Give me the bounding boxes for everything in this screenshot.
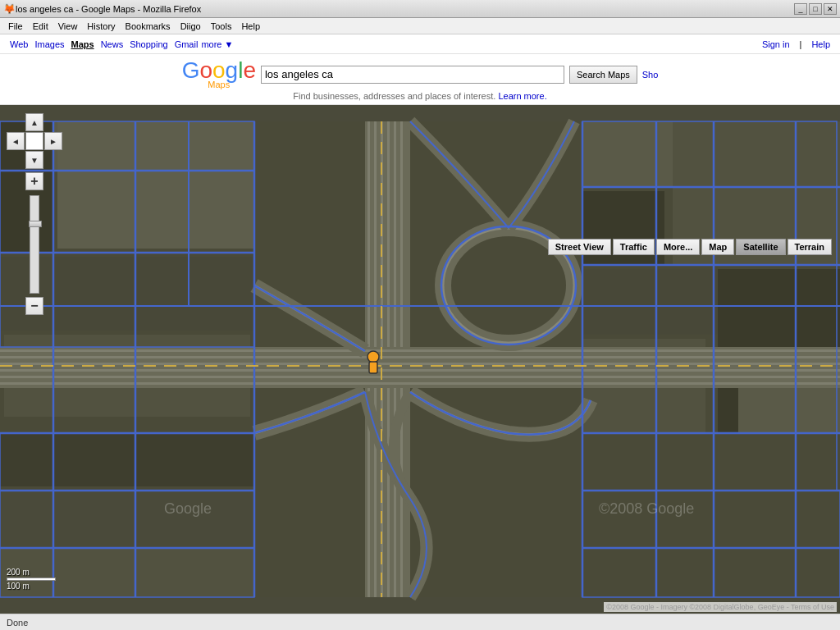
svg-point-66 xyxy=(368,351,379,363)
empty-cell3 xyxy=(7,151,25,169)
svg-text:Google: Google xyxy=(164,500,212,517)
more-button[interactable]: More... xyxy=(656,239,700,255)
search-button[interactable]: Search Maps xyxy=(569,66,637,84)
svg-rect-60 xyxy=(582,433,837,491)
svg-rect-62 xyxy=(582,548,840,597)
learn-more-link[interactable]: Learn more. xyxy=(498,91,546,101)
scale-bar: 200 m 100 m xyxy=(7,568,56,591)
nav-web[interactable]: Web xyxy=(7,39,31,49)
svg-rect-61 xyxy=(582,491,840,548)
svg-rect-27 xyxy=(0,363,840,365)
maximize-button[interactable]: □ xyxy=(809,3,822,15)
svg-rect-8 xyxy=(582,121,840,187)
minimize-button[interactable]: _ xyxy=(794,3,807,15)
zoom-in-button[interactable]: + xyxy=(25,172,43,190)
satellite-button[interactable]: Satellite xyxy=(736,239,785,255)
map-button[interactable]: Map xyxy=(701,239,734,255)
nav-more[interactable]: more ▼ xyxy=(201,39,233,49)
close-button[interactable]: ✕ xyxy=(824,3,837,15)
pan-center xyxy=(25,132,43,150)
window-buttons: _ □ ✕ xyxy=(794,3,837,15)
menu-diigo[interactable]: Diigo xyxy=(176,21,206,32)
svg-rect-0 xyxy=(0,121,840,597)
svg-rect-59 xyxy=(582,265,837,433)
zoom-slider[interactable] xyxy=(30,195,39,294)
svg-rect-17 xyxy=(365,121,410,597)
window-title: los angeles ca - Google Maps - Mozilla F… xyxy=(16,4,794,14)
menu-edit[interactable]: Edit xyxy=(28,21,53,32)
map-controls: ▲ ◄ ► ▼ + − xyxy=(7,113,62,315)
nav-gmail[interactable]: Gmail xyxy=(171,39,202,49)
svg-rect-25 xyxy=(0,349,840,352)
svg-rect-12 xyxy=(582,339,705,433)
search-hint: Find businesses, addresses and places of… xyxy=(293,91,546,101)
menu-help[interactable]: Help xyxy=(236,21,265,32)
map-area[interactable]: « 🖨 Print | ✉ Send | 🔗 Link Street View … xyxy=(0,105,840,614)
google-navbar: Web Images Maps News Shopping Gmail more… xyxy=(0,34,840,54)
nav-shopping[interactable]: Shopping xyxy=(126,39,171,49)
empty-cell4 xyxy=(44,151,62,169)
titlebar: 🦊 los angeles ca - Google Maps - Mozilla… xyxy=(0,0,840,18)
sho-label: Sho xyxy=(642,70,659,80)
pan-up-button[interactable]: ▲ xyxy=(25,113,43,131)
nav-maps[interactable]: Maps xyxy=(68,39,98,49)
map-view-buttons: Street View Traffic More... Map Satellit… xyxy=(548,239,832,255)
svg-rect-19 xyxy=(374,121,377,597)
traffic-button[interactable]: Traffic xyxy=(613,239,655,255)
svg-rect-11 xyxy=(582,269,840,335)
svg-rect-18 xyxy=(368,121,370,597)
empty-cell2 xyxy=(44,113,62,131)
street-view-button[interactable]: Street View xyxy=(548,239,611,255)
statusbar: Done xyxy=(0,614,840,630)
svg-rect-22 xyxy=(394,121,396,597)
svg-rect-3 xyxy=(57,121,254,249)
pan-controls: ▲ ◄ ► ▼ xyxy=(7,113,62,169)
svg-rect-21 xyxy=(387,121,390,597)
menu-history[interactable]: History xyxy=(82,21,120,32)
svg-rect-15 xyxy=(582,433,840,597)
scale-line xyxy=(7,578,56,581)
nav-images[interactable]: Images xyxy=(31,39,67,49)
scale-sublabel: 100 m xyxy=(7,582,56,591)
svg-rect-67 xyxy=(369,362,377,373)
svg-rect-6 xyxy=(0,433,254,486)
map-background[interactable]: Google ©2008 Google xyxy=(0,105,840,614)
search-area: Google Maps Search Maps Sho Find busines… xyxy=(0,54,840,105)
google-logo: Google Maps xyxy=(182,59,256,89)
menu-file[interactable]: File xyxy=(3,21,28,32)
scale-label: 200 m xyxy=(7,568,56,577)
svg-rect-24 xyxy=(0,347,840,388)
terrain-button[interactable]: Terrain xyxy=(788,239,832,255)
pan-down-button[interactable]: ▼ xyxy=(25,151,43,169)
svg-rect-55 xyxy=(0,491,254,548)
svg-rect-16 xyxy=(738,351,840,433)
firefox-icon: 🦊 xyxy=(3,3,16,15)
help-link[interactable]: Help xyxy=(808,39,833,49)
svg-text:©2008 Google: ©2008 Google xyxy=(599,500,694,517)
sign-in-link[interactable]: Sign in xyxy=(759,39,793,49)
pan-left-button[interactable]: ◄ xyxy=(7,132,25,150)
svg-rect-54 xyxy=(0,433,254,491)
svg-rect-26 xyxy=(0,356,840,358)
zoom-handle[interactable] xyxy=(29,221,42,227)
menu-view[interactable]: View xyxy=(53,21,83,32)
svg-rect-29 xyxy=(0,376,840,378)
map-copyright: ©2008 Google - Imagery ©2008 DigitalGlob… xyxy=(604,602,837,612)
svg-rect-28 xyxy=(0,369,840,372)
menu-bookmarks[interactable]: Bookmarks xyxy=(121,21,176,32)
menubar: File Edit View History Bookmarks Diigo T… xyxy=(0,18,840,34)
svg-rect-20 xyxy=(381,121,383,597)
svg-rect-5 xyxy=(4,335,250,417)
zoom-out-button[interactable]: − xyxy=(25,297,43,315)
pan-right-button[interactable]: ► xyxy=(44,132,62,150)
nav-news[interactable]: News xyxy=(98,39,127,49)
svg-rect-57 xyxy=(582,121,837,187)
svg-rect-30 xyxy=(0,382,840,385)
menu-tools[interactable]: Tools xyxy=(206,21,237,32)
status-text: Done xyxy=(7,618,28,628)
search-input[interactable] xyxy=(261,66,564,84)
empty-cell xyxy=(7,113,25,131)
svg-rect-13 xyxy=(718,269,840,433)
svg-rect-23 xyxy=(400,121,403,597)
nav-right: Sign in | Help xyxy=(759,39,833,49)
